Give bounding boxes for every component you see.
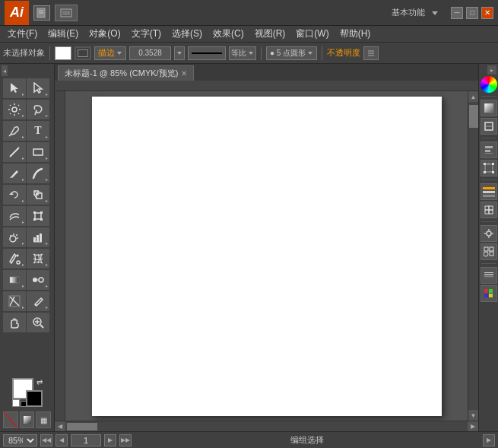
page-prev-btn[interactable]: ◀◀ xyxy=(40,434,52,446)
brush-dropdown[interactable]: ● 5 点圆形 xyxy=(266,46,317,60)
status-bar: 85% ◀◀ ◀ ▶ ▶▶ 编组选择 ▶ xyxy=(0,431,498,448)
apply-gradient-btn[interactable] xyxy=(20,411,35,428)
scroll-up-btn[interactable]: ▲ xyxy=(468,91,479,102)
page-back-btn[interactable]: ◀ xyxy=(56,434,68,446)
tool-blend[interactable]: ▸ xyxy=(27,270,49,290)
tool-line[interactable]: ▸ xyxy=(3,142,26,162)
menu-view[interactable]: 视图(R) xyxy=(250,26,290,42)
panel-stroke-btn[interactable] xyxy=(481,118,497,135)
tab-close-btn[interactable]: ✕ xyxy=(181,69,187,78)
svg-rect-91 xyxy=(484,272,493,273)
panel-brushes-btn[interactable] xyxy=(481,267,497,284)
color-wheel-btn[interactable] xyxy=(481,76,497,93)
stroke-type-dropdown[interactable]: 描边 xyxy=(94,46,126,60)
svg-line-24 xyxy=(35,110,36,115)
panel-layers-btn[interactable] xyxy=(481,183,497,200)
menu-window[interactable]: 窗口(W) xyxy=(291,26,333,42)
svg-rect-66 xyxy=(485,146,493,148)
view-mode-dropdown[interactable] xyxy=(55,5,78,21)
menu-file[interactable]: 文件(F) xyxy=(3,26,42,42)
maximize-button[interactable]: □ xyxy=(466,7,478,19)
canvas-area: 未标题-1 @ 85% (CMYK/预览) ✕ ▲ ▼ xyxy=(55,64,478,431)
scroll-right-btn[interactable]: ▶ xyxy=(468,421,478,432)
toolbar-options-btn[interactable] xyxy=(363,46,379,60)
tool-slice[interactable]: ▸ xyxy=(3,291,26,311)
panel-transform-btn[interactable] xyxy=(481,160,497,176)
tool-rotate[interactable]: ▸ xyxy=(3,185,26,205)
stroke-color-swatch[interactable] xyxy=(26,390,43,407)
right-panel-collapse-btn[interactable]: ▸ xyxy=(487,65,496,75)
fill-swatch[interactable] xyxy=(55,46,71,60)
tool-pencil[interactable]: ▸ xyxy=(3,164,26,183)
toolbox-collapse-btn[interactable]: ◂ xyxy=(2,65,8,76)
tool-warp[interactable]: ▸ xyxy=(3,206,26,226)
default-colors-btn[interactable] xyxy=(12,399,27,407)
menu-effect[interactable]: 效果(C) xyxy=(208,26,249,42)
tool-pen[interactable]: ▸ xyxy=(3,121,26,141)
tool-row-1: ▸ ▸ xyxy=(0,78,54,99)
stroke-style[interactable] xyxy=(188,46,226,60)
zoom-select[interactable]: 85% xyxy=(3,434,37,446)
swap-colors-btn[interactable]: ⇄ xyxy=(36,378,43,386)
menu-select[interactable]: 选择(S) xyxy=(167,26,207,42)
tool-magic-wand[interactable]: ▸ xyxy=(3,100,26,119)
tool-blob-brush[interactable]: ▸ xyxy=(27,164,49,183)
canvas-content[interactable] xyxy=(65,91,468,421)
tool-zoom[interactable] xyxy=(27,313,49,332)
panel-appearance-btn[interactable] xyxy=(481,225,497,242)
page-forward-btn[interactable]: ▶ xyxy=(104,434,116,446)
canvas-with-ruler: ▲ ▼ xyxy=(55,91,478,421)
panel-align-btn[interactable] xyxy=(481,141,497,158)
tool-mesh[interactable]: ▸ xyxy=(27,249,49,268)
svg-rect-73 xyxy=(492,171,494,173)
svg-rect-92 xyxy=(484,289,488,293)
panel-divider-2 xyxy=(481,138,496,138)
menu-text[interactable]: 文字(T) xyxy=(127,26,166,42)
panel-gradient-btn[interactable] xyxy=(481,100,497,116)
panel-divider-3 xyxy=(481,180,496,180)
panel-swatches-btn[interactable] xyxy=(481,285,497,302)
tool-graph[interactable]: ▸ xyxy=(27,227,49,247)
scroll-thumb-v[interactable] xyxy=(469,105,478,128)
tool-scale[interactable]: ▸ xyxy=(27,185,49,205)
tool-row-10: ▸ ▸ xyxy=(0,269,54,291)
page-number-input[interactable] xyxy=(71,434,101,446)
apply-pattern-btn[interactable]: ▦ xyxy=(36,411,51,428)
tool-symbol-spray[interactable]: ▸ xyxy=(3,227,26,247)
tool-direct-select[interactable]: ▸ xyxy=(27,78,49,98)
page-next-btn[interactable]: ▶▶ xyxy=(119,434,132,446)
tool-rect[interactable]: ▸ xyxy=(27,142,49,162)
stroke-value-input[interactable] xyxy=(129,46,171,60)
scroll-thumb-h[interactable] xyxy=(67,423,97,431)
document-tab[interactable]: 未标题-1 @ 85% (CMYK/预览) ✕ xyxy=(58,65,194,81)
scroll-down-btn[interactable]: ▼ xyxy=(468,410,479,421)
tool-gradient[interactable]: ▸ xyxy=(3,270,26,290)
close-button[interactable]: ✕ xyxy=(481,7,493,19)
apply-none-btn[interactable] xyxy=(3,411,18,428)
tool-eraser[interactable]: ▸ xyxy=(27,291,49,311)
panel-artboards-btn[interactable] xyxy=(481,202,497,218)
stroke-weight-dropdown[interactable]: 等比 xyxy=(229,46,256,60)
tool-paintbucket[interactable]: ▸ xyxy=(3,249,26,268)
menu-help[interactable]: 帮助(H) xyxy=(335,26,376,42)
minimize-button[interactable]: ─ xyxy=(451,7,463,19)
svg-line-57 xyxy=(35,304,36,306)
tool-free-transform[interactable] xyxy=(27,206,49,226)
workspace-dropdown-arrow[interactable] xyxy=(431,9,439,17)
scroll-left-btn[interactable]: ◀ xyxy=(55,421,65,432)
stroke-swatch[interactable] xyxy=(75,46,91,60)
svg-rect-45 xyxy=(33,237,36,242)
tool-type[interactable]: T ▸ xyxy=(27,121,49,141)
tool-select[interactable]: ▸ xyxy=(3,78,26,98)
stroke-label: 描边 xyxy=(98,47,115,59)
panel-symbols-btn[interactable] xyxy=(481,243,497,260)
tool-hand[interactable] xyxy=(3,313,26,332)
svg-line-23 xyxy=(10,113,11,114)
menu-edit[interactable]: 编辑(E) xyxy=(43,26,83,42)
panel-divider-5 xyxy=(481,263,496,264)
stroke-unit-dropdown[interactable] xyxy=(174,46,185,60)
svg-rect-93 xyxy=(489,289,493,293)
menu-object[interactable]: 对象(O) xyxy=(84,26,125,42)
status-right-expand[interactable]: ▶ xyxy=(483,434,495,446)
tool-lasso[interactable]: ▸ xyxy=(27,100,49,119)
